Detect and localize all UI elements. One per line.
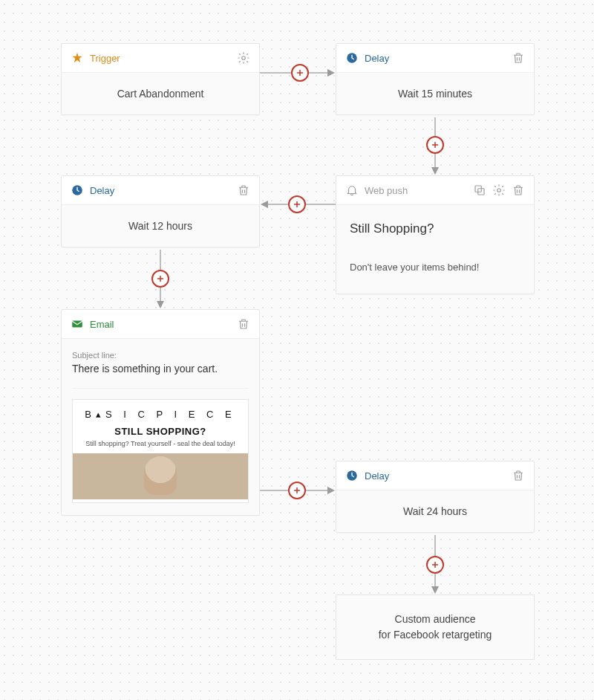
trigger-icon — [71, 51, 84, 65]
node-delay-15min[interactable]: Delay Wait 15 minutes — [336, 43, 535, 115]
node-type-label: Trigger — [90, 53, 120, 64]
add-step-button[interactable] — [151, 270, 169, 288]
node-content: Cart Abandonment — [62, 73, 259, 114]
add-step-button[interactable] — [288, 482, 306, 499]
clock-icon — [345, 51, 359, 65]
copy-icon[interactable] — [473, 184, 486, 197]
subject-line: There is something in your cart. — [72, 363, 249, 375]
node-type-label: Email — [90, 319, 114, 330]
preview-brand: B▴S I C P I E C E — [80, 409, 241, 420]
workflow-canvas: Trigger Cart Abandonment Delay — [0, 0, 594, 700]
node-trigger[interactable]: Trigger Cart Abandonment — [61, 43, 260, 115]
node-type-label: Delay — [90, 185, 114, 196]
svg-point-10 — [497, 189, 501, 192]
trash-icon[interactable] — [512, 51, 525, 65]
svg-point-6 — [242, 56, 246, 60]
node-webpush[interactable]: Web push Still Shopping? Don't leave you… — [336, 175, 535, 294]
trash-icon[interactable] — [237, 184, 250, 197]
node-delay-24h[interactable]: Delay Wait 24 hours — [336, 461, 535, 533]
node-custom-audience[interactable]: Custom audience for Facebook retargeting — [336, 594, 535, 660]
bell-icon — [345, 184, 359, 197]
clock-icon — [345, 469, 359, 482]
preview-headline: STILL SHOPPING? — [80, 426, 241, 437]
add-step-button[interactable] — [426, 136, 444, 154]
gear-icon[interactable] — [492, 184, 506, 197]
clock-icon — [71, 184, 84, 197]
node-delay-12h[interactable]: Delay Wait 12 hours — [61, 175, 260, 247]
node-type-label: Delay — [365, 470, 389, 482]
node-type-label: Web push — [365, 185, 408, 196]
trash-icon[interactable] — [512, 184, 525, 197]
svg-rect-12 — [72, 321, 82, 328]
node-content: Wait 15 minutes — [336, 73, 534, 114]
gear-icon[interactable] — [237, 51, 250, 65]
webpush-message: Don't leave your items behind! — [350, 262, 520, 273]
add-step-button[interactable] — [426, 556, 444, 574]
email-icon — [71, 317, 84, 331]
node-content: Wait 12 hours — [62, 205, 259, 247]
add-step-button[interactable] — [291, 64, 309, 82]
subject-label: Subject line: — [72, 351, 249, 360]
trash-icon[interactable] — [512, 469, 525, 482]
preview-hero-image — [73, 453, 248, 499]
ca-line1: Custom audience — [347, 612, 523, 627]
node-type-label: Delay — [365, 53, 389, 64]
webpush-title: Still Shopping? — [350, 221, 520, 236]
email-preview: B▴S I C P I E C E STILL SHOPPING? Still … — [72, 399, 249, 503]
preview-subtext: Still shopping? Treat yourself - seal th… — [80, 440, 241, 447]
ca-line2: for Facebook retargeting — [347, 627, 523, 643]
node-content: Wait 24 hours — [336, 490, 534, 532]
node-email[interactable]: Email Subject line: There is something i… — [61, 309, 260, 516]
trash-icon[interactable] — [237, 317, 250, 331]
add-step-button[interactable] — [288, 195, 306, 213]
